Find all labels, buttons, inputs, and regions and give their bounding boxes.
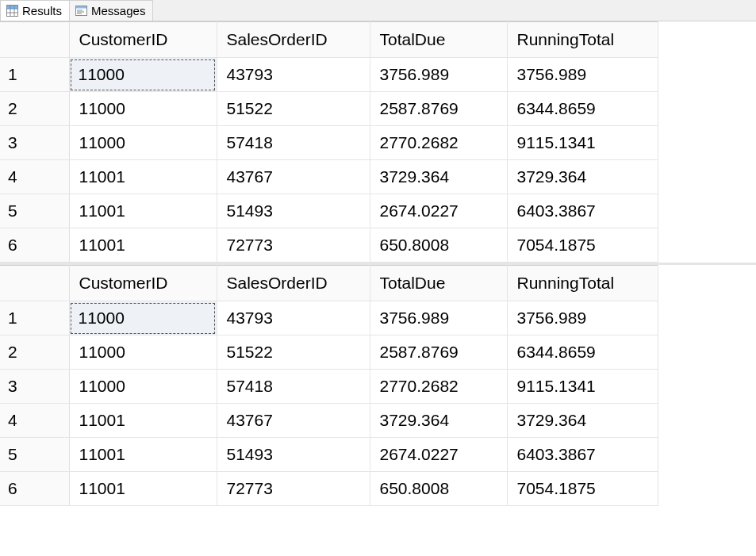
table-row: 1 11000 43793 3756.989 3756.989: [0, 301, 658, 336]
cell[interactable]: 7054.1875: [507, 228, 658, 263]
table-row: 6 11001 72773 650.8008 7054.1875: [0, 228, 658, 263]
cell[interactable]: 72773: [217, 228, 370, 263]
tab-results-label: Results: [22, 4, 62, 17]
tab-messages-label: Messages: [91, 4, 145, 17]
row-number[interactable]: 4: [0, 160, 69, 194]
table-row: 5 11001 51493 2674.0227 6403.3867: [0, 438, 658, 472]
header-row: CustomerID SalesOrderID TotalDue Running…: [0, 22, 658, 58]
cell[interactable]: 43793: [217, 58, 370, 92]
cell[interactable]: 11000: [69, 126, 217, 160]
row-number[interactable]: 1: [0, 58, 69, 92]
column-header[interactable]: TotalDue: [370, 266, 507, 301]
cell[interactable]: 11000: [69, 336, 217, 370]
cell[interactable]: 11001: [69, 472, 217, 506]
cell[interactable]: 6344.8659: [507, 336, 658, 370]
table-row: 2 11000 51522 2587.8769 6344.8659: [0, 92, 658, 126]
cell[interactable]: 9115.1341: [507, 370, 658, 404]
cell[interactable]: 3756.989: [507, 58, 658, 92]
table-row: 3 11000 57418 2770.2682 9115.1341: [0, 126, 658, 160]
result-tabs: Results Messages: [0, 0, 756, 21]
cell[interactable]: 11000: [69, 92, 217, 126]
cell[interactable]: 72773: [217, 472, 370, 506]
row-number[interactable]: 3: [0, 370, 69, 404]
cell[interactable]: 11001: [69, 194, 217, 228]
table-row: 5 11001 51493 2674.0227 6403.3867: [0, 194, 658, 228]
cell[interactable]: 43767: [217, 160, 370, 194]
column-header[interactable]: SalesOrderID: [217, 266, 370, 301]
table-row: 4 11001 43767 3729.364 3729.364: [0, 160, 658, 194]
row-number[interactable]: 6: [0, 228, 69, 263]
cell[interactable]: 6403.3867: [507, 438, 658, 472]
cell[interactable]: 57418: [217, 126, 370, 160]
table-row: 1 11000 43793 3756.989 3756.989: [0, 58, 658, 92]
cell[interactable]: 7054.1875: [507, 472, 658, 506]
row-number[interactable]: 5: [0, 194, 69, 228]
results-grid-1[interactable]: CustomerID SalesOrderID TotalDue Running…: [0, 21, 756, 265]
cell[interactable]: 11001: [69, 404, 217, 438]
messages-icon: [75, 5, 87, 17]
column-header[interactable]: RunningTotal: [507, 22, 658, 58]
cell[interactable]: 11001: [69, 228, 217, 263]
row-selector-corner[interactable]: [0, 266, 69, 301]
cell[interactable]: 11000: [69, 58, 217, 92]
column-header[interactable]: CustomerID: [69, 266, 217, 301]
cell[interactable]: 650.8008: [370, 472, 507, 506]
cell[interactable]: 51493: [217, 194, 370, 228]
cell[interactable]: 3729.364: [370, 404, 507, 438]
cell[interactable]: 2587.8769: [370, 92, 507, 126]
cell[interactable]: 6344.8659: [507, 92, 658, 126]
cell[interactable]: 51522: [217, 92, 370, 126]
cell[interactable]: 2674.0227: [370, 438, 507, 472]
row-number[interactable]: 2: [0, 92, 69, 126]
svg-rect-7: [75, 6, 86, 9]
cell[interactable]: 3729.364: [507, 404, 658, 438]
table-row: 2 11000 51522 2587.8769 6344.8659: [0, 336, 658, 370]
cell[interactable]: 51493: [217, 438, 370, 472]
row-number[interactable]: 1: [0, 301, 69, 336]
cell[interactable]: 2587.8769: [370, 336, 507, 370]
tab-results[interactable]: Results: [0, 0, 70, 21]
grid-icon: [6, 5, 18, 17]
cell[interactable]: 3729.364: [370, 160, 507, 194]
cell[interactable]: 2674.0227: [370, 194, 507, 228]
cell[interactable]: 650.8008: [370, 228, 507, 263]
svg-rect-5: [6, 6, 17, 10]
table-row: 4 11001 43767 3729.364 3729.364: [0, 404, 658, 438]
row-selector-corner[interactable]: [0, 22, 69, 58]
cell[interactable]: 11001: [69, 160, 217, 194]
results-grid-2[interactable]: CustomerID SalesOrderID TotalDue Running…: [0, 265, 756, 506]
tab-messages[interactable]: Messages: [69, 0, 153, 21]
cell[interactable]: 6403.3867: [507, 194, 658, 228]
row-number[interactable]: 2: [0, 336, 69, 370]
column-header[interactable]: SalesOrderID: [217, 22, 370, 58]
cell[interactable]: 57418: [217, 370, 370, 404]
cell[interactable]: 9115.1341: [507, 126, 658, 160]
row-number[interactable]: 4: [0, 404, 69, 438]
header-row: CustomerID SalesOrderID TotalDue Running…: [0, 266, 658, 301]
cell[interactable]: 11000: [69, 370, 217, 404]
cell[interactable]: 51522: [217, 336, 370, 370]
column-header[interactable]: TotalDue: [370, 22, 507, 58]
cell[interactable]: 2770.2682: [370, 126, 507, 160]
row-number[interactable]: 3: [0, 126, 69, 160]
cell[interactable]: 43793: [217, 301, 370, 336]
column-header[interactable]: RunningTotal: [507, 266, 658, 301]
cell[interactable]: 3756.989: [370, 301, 507, 336]
cell[interactable]: 3756.989: [507, 301, 658, 336]
row-number[interactable]: 5: [0, 438, 69, 472]
cell[interactable]: 11000: [69, 301, 217, 336]
row-number[interactable]: 6: [0, 472, 69, 506]
cell[interactable]: 11001: [69, 438, 217, 472]
cell[interactable]: 3756.989: [370, 58, 507, 92]
cell[interactable]: 2770.2682: [370, 370, 507, 404]
table-row: 6 11001 72773 650.8008 7054.1875: [0, 472, 658, 506]
table-row: 3 11000 57418 2770.2682 9115.1341: [0, 370, 658, 404]
cell[interactable]: 3729.364: [507, 160, 658, 194]
cell[interactable]: 43767: [217, 404, 370, 438]
column-header[interactable]: CustomerID: [69, 22, 217, 58]
